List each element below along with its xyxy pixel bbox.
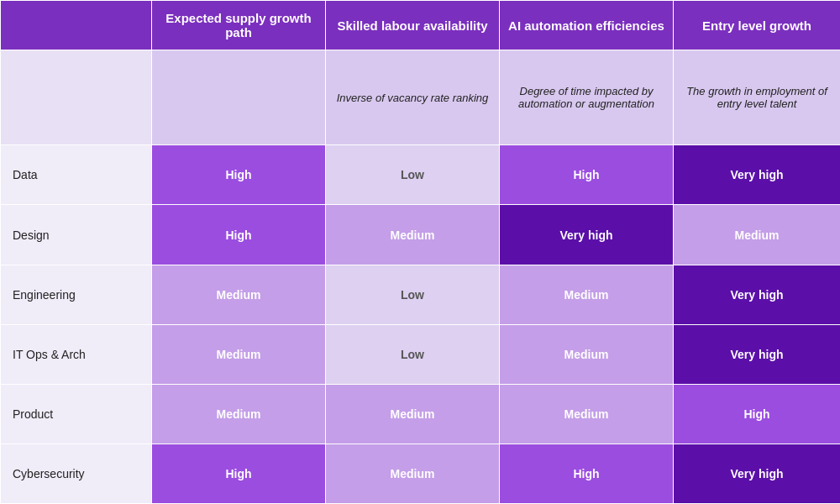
supply-cell: High (152, 205, 326, 265)
row-label-cell: Cybersecurity (1, 444, 152, 503)
desc-ai: Degree of time impacted by automation or… (500, 50, 674, 145)
labour-cell: Medium (326, 384, 500, 444)
table-row: EngineeringMediumLowMediumVery high (1, 265, 841, 324)
row-label-cell: Product (1, 384, 152, 444)
labour-cell: Low (326, 265, 500, 324)
labour-cell: Medium (326, 444, 500, 503)
supply-cell: Medium (152, 265, 326, 324)
description-row: Inverse of vacancy rate ranking Degree o… (1, 50, 841, 145)
header-supply: Expected supply growth path (152, 1, 326, 50)
desc-supply (152, 50, 326, 145)
row-label-cell: Engineering (1, 265, 152, 324)
header-labour: Skilled labour availability (326, 1, 500, 50)
table-row: DataHighLowHighVery high (1, 145, 841, 205)
supply-cell: Medium (152, 324, 326, 384)
labour-cell: Medium (326, 205, 500, 265)
table-row: DesignHighMediumVery highMedium (1, 205, 841, 265)
ai-cell: Medium (500, 324, 674, 384)
entry-cell: High (674, 384, 841, 444)
desc-entry: The growth in employment of entry level … (674, 50, 841, 145)
header-label (1, 1, 152, 50)
row-label-cell: IT Ops & Arch (1, 324, 152, 384)
ai-cell: Very high (500, 205, 674, 265)
ai-cell: High (500, 444, 674, 503)
main-container: Expected supply growth path Skilled labo… (0, 0, 840, 504)
labour-cell: Low (326, 324, 500, 384)
labour-cell: Low (326, 145, 500, 205)
data-table: Expected supply growth path Skilled labo… (0, 0, 840, 504)
row-label-cell: Data (1, 145, 152, 205)
table-row: CybersecurityHighMediumHighVery high (1, 444, 841, 503)
entry-cell: Very high (674, 265, 841, 324)
row-label-cell: Design (1, 205, 152, 265)
table-row: IT Ops & ArchMediumLowMediumVery high (1, 324, 841, 384)
ai-cell: Medium (500, 384, 674, 444)
desc-label (1, 50, 152, 145)
entry-cell: Very high (674, 324, 841, 384)
header-row: Expected supply growth path Skilled labo… (1, 1, 841, 50)
entry-cell: Very high (674, 145, 841, 205)
ai-cell: Medium (500, 265, 674, 324)
table-row: ProductMediumMediumMediumHigh (1, 384, 841, 444)
supply-cell: Medium (152, 384, 326, 444)
desc-labour: Inverse of vacancy rate ranking (326, 50, 500, 145)
ai-cell: High (500, 145, 674, 205)
entry-cell: Medium (674, 205, 841, 265)
supply-cell: High (152, 145, 326, 205)
entry-cell: Very high (674, 444, 841, 503)
header-entry: Entry level growth (674, 1, 841, 50)
supply-cell: High (152, 444, 326, 503)
header-ai: AI automation efficiencies (500, 1, 674, 50)
